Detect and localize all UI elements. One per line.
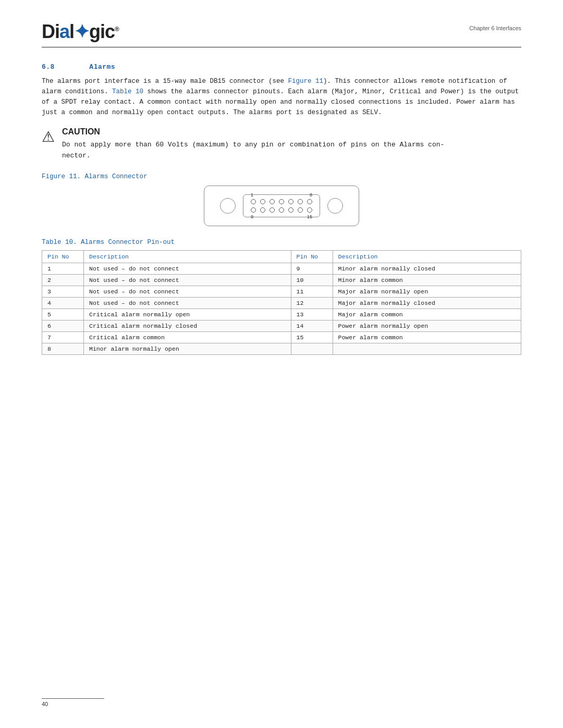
cell-desc1: Not used – do not connect: [84, 297, 291, 309]
cell-pin1: 8: [42, 343, 84, 354]
cell-desc1: Not used – do not connect: [84, 286, 291, 297]
connector-diagram: 1 8 9: [42, 186, 521, 226]
table-row: 5 Critical alarm normally open 13 Major …: [42, 309, 521, 320]
col-desc2: Description: [333, 250, 521, 263]
caution-title: CAUTION: [62, 127, 444, 137]
cell-pin2: 10: [291, 274, 333, 286]
cell-desc2: Major alarm normally open: [333, 286, 521, 297]
pin-6: [298, 199, 303, 204]
chapter-label: Chapter 6 Interfaces: [469, 21, 521, 31]
cell-desc1: Not used – do not connect: [84, 263, 291, 274]
table-row: 2 Not used – do not connect 10 Minor ala…: [42, 274, 521, 286]
cell-pin2: [291, 343, 333, 354]
figure-label: Figure 11. Alarms Connector: [42, 173, 521, 180]
pin-4: [279, 199, 284, 204]
cell-desc2: Power alarm common: [333, 331, 521, 343]
pin-15: [307, 207, 312, 213]
figure11-link[interactable]: Figure 11: [288, 78, 324, 85]
section-title: Alarms: [89, 63, 115, 71]
cell-pin2: 11: [291, 286, 333, 297]
page-header: Dial✦gic® Chapter 6 Interfaces: [42, 21, 521, 47]
cell-pin1: 2: [42, 274, 84, 286]
section-number: 6.8: [42, 63, 55, 71]
caution-block: ⚠ CAUTION Do not apply more than 60 Volt…: [42, 127, 521, 162]
cell-pin1: 5: [42, 309, 84, 320]
cell-desc2: [333, 343, 521, 354]
pin-11: [270, 207, 275, 213]
caution-content: CAUTION Do not apply more than 60 Volts …: [62, 127, 444, 162]
cell-desc1: Minor alarm normally open: [84, 343, 291, 354]
table-row: 7 Critical alarm common 15 Power alarm c…: [42, 331, 521, 343]
cell-desc2: Major alarm normally closed: [333, 297, 521, 309]
page-number: 40: [42, 701, 521, 707]
cell-pin1: 7: [42, 331, 84, 343]
page: Dial✦gic® Chapter 6 Interfaces 6.8 Alarm…: [0, 0, 563, 728]
logo: Dial✦gic®: [42, 21, 119, 43]
connector-row: 1 8 9: [220, 194, 343, 217]
caution-icon: ⚠: [42, 128, 55, 145]
cell-desc2: Minor alarm normally closed: [333, 263, 521, 274]
footer: 40: [42, 698, 521, 707]
footer-line: [42, 698, 104, 699]
pin-5: [288, 199, 293, 204]
cell-desc2: Power alarm normally open: [333, 320, 521, 331]
col-pin2: Pin No: [291, 250, 333, 263]
pin-label-15: 15: [307, 214, 312, 219]
cell-pin1: 4: [42, 297, 84, 309]
table-label: Table 10. Alarms Connector Pin-out: [42, 239, 521, 246]
section-heading: 6.8 Alarms: [42, 63, 521, 71]
caution-text: Do not apply more than 60 Volts (maximum…: [62, 140, 444, 162]
cell-desc1: Critical alarm normally closed: [84, 320, 291, 331]
pin-14: [298, 207, 303, 213]
connector-left-end: [220, 198, 236, 214]
pin-table: Pin No Description Pin No Description 1 …: [42, 250, 521, 355]
pin-label-8: 8: [310, 192, 312, 198]
col-desc1: Description: [84, 250, 291, 263]
pin-1: [251, 199, 256, 204]
pin-label-1: 1: [251, 192, 253, 198]
pin-10: [260, 207, 265, 213]
table10-link[interactable]: Table 10: [112, 88, 143, 95]
pin-label-9: 9: [251, 214, 253, 219]
table-row: 4 Not used – do not connect 12 Major ala…: [42, 297, 521, 309]
table-row: 6 Critical alarm normally closed 14 Powe…: [42, 320, 521, 331]
pin-12: [279, 207, 284, 213]
cell-pin2: 13: [291, 309, 333, 320]
connector-pin-body: 1 8 9: [243, 194, 320, 217]
cell-desc2: Minor alarm common: [333, 274, 521, 286]
connector-box: 1 8 9: [204, 186, 359, 226]
connector-right-end: [327, 198, 343, 214]
cell-pin2: 12: [291, 297, 333, 309]
table-row: 1 Not used – do not connect 9 Minor alar…: [42, 263, 521, 274]
pin-2: [260, 199, 265, 204]
table-row: 3 Not used – do not connect 11 Major ala…: [42, 286, 521, 297]
cell-desc1: Critical alarm normally open: [84, 309, 291, 320]
pin-row-top: 1 8: [251, 199, 312, 204]
pin-3: [270, 199, 275, 204]
cell-pin1: 3: [42, 286, 84, 297]
cell-pin2: 9: [291, 263, 333, 274]
cell-desc2: Major alarm common: [333, 309, 521, 320]
pin-7: [307, 199, 312, 204]
cell-pin2: 15: [291, 331, 333, 343]
logo-icon: a: [59, 21, 69, 43]
pin-13: [288, 207, 293, 213]
cell-desc1: Not used – do not connect: [84, 274, 291, 286]
pin-9: [251, 207, 256, 213]
pin-row-bottom: 9 15: [251, 207, 312, 213]
cell-pin2: 14: [291, 320, 333, 331]
table-row: 8 Minor alarm normally open: [42, 343, 521, 354]
cell-desc1: Critical alarm common: [84, 331, 291, 343]
col-pin1: Pin No: [42, 250, 84, 263]
body-paragraph: The alarms port interface is a 15-way ma…: [42, 76, 521, 118]
cell-pin1: 1: [42, 263, 84, 274]
cell-pin1: 6: [42, 320, 84, 331]
